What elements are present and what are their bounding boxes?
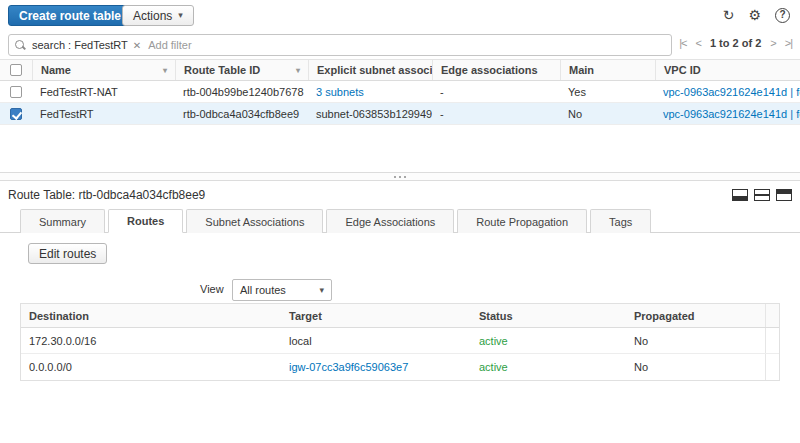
column-label: Main [569, 64, 594, 76]
pane-splitter-handle[interactable] [0, 172, 800, 181]
expand-table-pane-icon[interactable] [732, 189, 748, 201]
table-row-selected[interactable]: FedTestRT rtb-0dbca4a034cfb8ee9 subnet-0… [0, 103, 800, 125]
pagination-range: 1 to 2 of 2 [710, 37, 761, 49]
tab-label: Route Propagation [476, 216, 568, 228]
add-filter-placeholder: Add filter [148, 39, 191, 51]
route-status: active [471, 361, 626, 373]
route-tables-console: Create route table Actions ▾ ↻ ⚙ ? searc… [0, 0, 800, 443]
column-label: VPC ID [664, 64, 701, 76]
route-status: active [471, 335, 626, 347]
tab-subnet-associations[interactable]: Subnet Associations [186, 209, 323, 233]
actions-label: Actions [133, 9, 172, 23]
routes-column-destination: Destination [21, 310, 281, 322]
tab-label: Tags [609, 216, 632, 228]
tab-route-propagation[interactable]: Route Propagation [457, 209, 587, 233]
vpc-id-link[interactable]: vpc-0963ac921624e141d | fed-test [663, 108, 800, 120]
cell-route-table-id: rtb-0dbca4a034cfb8ee9 [175, 108, 308, 120]
expand-detail-pane-icon[interactable] [776, 189, 792, 201]
filter-row: search : FedTestRT ✕ Add filter |< < 1 t… [0, 31, 800, 58]
cell-name: FedTestRT [32, 108, 175, 120]
first-page-icon[interactable]: |< [679, 37, 686, 49]
tab-summary[interactable]: Summary [20, 209, 105, 233]
toolbar-icons: ↻ ⚙ ? [723, 5, 790, 25]
detail-title-label: Route Table: [8, 188, 75, 202]
clear-filter-icon[interactable]: ✕ [133, 40, 141, 51]
create-route-table-label: Create route table [19, 9, 121, 23]
edit-routes-label: Edit routes [39, 247, 96, 261]
tab-tags[interactable]: Tags [590, 209, 651, 233]
tab-label: Edge Associations [345, 216, 435, 228]
cell-name: FedTestRT-NAT [32, 86, 175, 98]
cell-edge-associations: - [432, 86, 560, 98]
column-header-main[interactable]: Main [560, 60, 655, 80]
chevron-down-icon: ▾ [178, 11, 183, 20]
route-destination: 0.0.0.0/0 [21, 361, 281, 373]
cell-main: No [560, 108, 655, 120]
table-row[interactable]: FedTestRT-NAT rtb-004b99be1240b7678 3 su… [0, 81, 800, 103]
row-select-cell [0, 86, 32, 98]
help-icon[interactable]: ? [775, 8, 790, 23]
column-header-name[interactable]: Name ▾ [32, 60, 175, 80]
column-label: Name [41, 64, 71, 76]
actions-button[interactable]: Actions ▾ [122, 5, 194, 26]
search-input[interactable]: search : FedTestRT ✕ Add filter [8, 34, 672, 56]
route-row: 0.0.0.0/0 igw-07cc3a9f6c59063e7 active N… [21, 354, 779, 380]
routes-table-header: Destination Target Status Propagated [21, 304, 779, 328]
select-all-checkbox[interactable] [10, 64, 22, 76]
pagination: |< < 1 to 2 of 2 > >| [679, 37, 792, 49]
route-destination: 172.30.0.0/16 [21, 335, 281, 347]
split-pane-icon[interactable] [754, 189, 770, 201]
column-label: Explicit subnet association [317, 64, 432, 76]
view-row: View All routes ▾ [0, 279, 800, 301]
detail-header: Route Table: rtb-0dbca4a034cfb8ee9 [0, 187, 800, 205]
route-row: 172.30.0.0/16 local active No [21, 328, 779, 354]
search-icon [15, 40, 25, 50]
view-dropdown[interactable]: All routes ▾ [232, 279, 332, 301]
last-page-icon[interactable]: >| [785, 37, 792, 49]
prev-page-icon[interactable]: < [696, 37, 701, 49]
column-header-edge-associations[interactable]: Edge associations [432, 60, 560, 80]
toolbar: Create route table Actions ▾ ↻ ⚙ ? [0, 0, 800, 30]
chevron-down-icon: ▾ [319, 286, 324, 295]
sort-icon: ▾ [163, 66, 167, 75]
search-filter-chip: search : FedTestRT ✕ [32, 39, 141, 51]
next-page-icon[interactable]: > [770, 37, 775, 49]
routes-column-status: Status [471, 310, 626, 322]
column-header-explicit-subnet-association[interactable]: Explicit subnet association [308, 60, 432, 80]
tab-label: Routes [127, 215, 164, 227]
vpc-id-link[interactable]: vpc-0963ac921624e141d | fed-test [663, 86, 800, 98]
tab-routes[interactable]: Routes [108, 209, 183, 233]
tab-label: Subnet Associations [205, 216, 304, 228]
cell-edge-associations: - [432, 108, 560, 120]
view-label: View [200, 283, 224, 295]
cell-main: Yes [560, 86, 655, 98]
table-header: Name ▾ Route Table ID ▾ Explicit subnet … [0, 59, 800, 81]
gear-icon[interactable]: ⚙ [748, 5, 761, 25]
routes-table-scrollbar-gutter [765, 328, 779, 353]
create-route-table-button[interactable]: Create route table [8, 5, 132, 26]
search-filter-text: search : FedTestRT [32, 39, 128, 51]
route-tables-table: Name ▾ Route Table ID ▾ Explicit subnet … [0, 59, 800, 125]
edit-routes-button[interactable]: Edit routes [28, 243, 107, 264]
tab-label: Summary [39, 216, 86, 228]
column-label: Route Table ID [184, 64, 260, 76]
route-propagated: No [626, 361, 765, 373]
column-header-route-table-id[interactable]: Route Table ID ▾ [175, 60, 308, 80]
tab-edge-associations[interactable]: Edge Associations [326, 209, 454, 233]
detail-tabs: Summary Routes Subnet Associations Edge … [0, 207, 800, 233]
refresh-icon[interactable]: ↻ [723, 5, 735, 25]
row-checkbox-checked[interactable] [10, 108, 22, 120]
cell-subnet-association: subnet-063853b12994929c4 [308, 108, 432, 120]
route-target: local [281, 335, 471, 347]
row-checkbox[interactable] [10, 86, 22, 98]
route-target-link[interactable]: igw-07cc3a9f6c59063e7 [289, 361, 408, 373]
cell-route-table-id: rtb-004b99be1240b7678 [175, 86, 308, 98]
column-header-vpc-id[interactable]: VPC ID [655, 60, 800, 80]
subnet-association-link[interactable]: 3 subnets [316, 86, 364, 98]
routes-table: Destination Target Status Propagated 172… [20, 303, 780, 381]
route-propagated: No [626, 335, 765, 347]
detail-title: Route Table: rtb-0dbca4a034cfb8ee9 [8, 188, 205, 202]
routes-table-scrollbar-gutter [765, 304, 779, 327]
routes-table-scrollbar-gutter [765, 354, 779, 380]
column-label: Edge associations [441, 64, 538, 76]
